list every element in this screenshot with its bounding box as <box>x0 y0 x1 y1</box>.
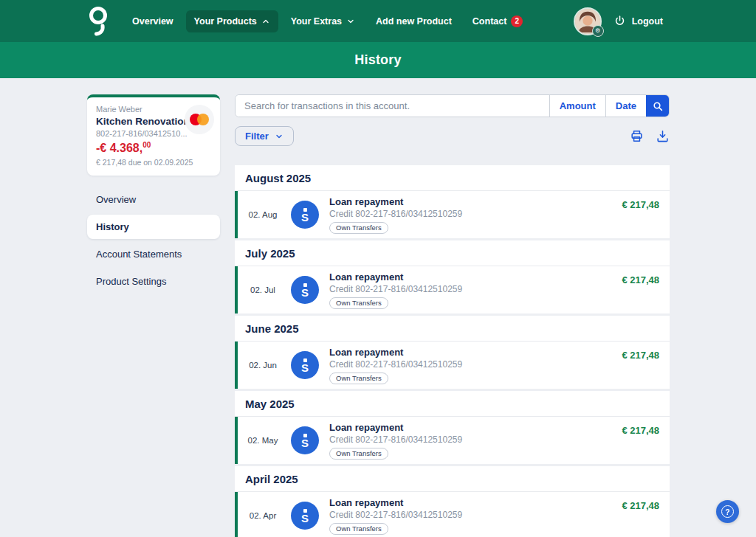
sidebar-item-overview[interactable]: Overview <box>87 187 220 212</box>
brand-logo[interactable] <box>86 5 111 38</box>
chevron-icon <box>261 17 270 26</box>
print-icon[interactable] <box>630 129 644 143</box>
brand-logo-icon <box>86 5 111 38</box>
nav-items: Overview Your Products Your Extras Add n… <box>124 10 531 33</box>
nav-item-contact[interactable]: Contact 2 <box>464 10 532 33</box>
transaction-date: 02. Aug <box>244 210 282 219</box>
transaction-subtitle: Credit 802-217-816/03412510259 <box>329 510 462 520</box>
sidebar: Marie Weber Kitchen Renovation 802-217-8… <box>87 94 220 537</box>
month-section: May 2025 02. May S Loan repayment Credit… <box>235 391 670 464</box>
month-header: August 2025 <box>235 165 670 191</box>
transaction-amount: € 217,48 <box>622 349 659 361</box>
search-bar: Amount Date <box>235 94 670 117</box>
transaction-category-badge: Own Transfers <box>329 373 388 384</box>
nav-item-label: Overview <box>132 16 173 27</box>
transaction-category-badge: Own Transfers <box>329 523 388 535</box>
transaction-title: Loan repayment <box>329 497 462 508</box>
transaction-date: 02. May <box>244 436 282 445</box>
transaction-category-badge: Own Transfers <box>329 297 388 309</box>
power-icon <box>614 15 626 27</box>
transaction-subtitle: Credit 802-217-816/03412510259 <box>329 359 462 370</box>
nav-item-your-products[interactable]: Your Products <box>186 10 278 32</box>
transaction-row[interactable]: 02. Aug S Loan repayment Credit 802-217-… <box>235 191 670 238</box>
date-button[interactable]: Date <box>605 95 646 117</box>
transaction-amount: € 217,48 <box>622 198 659 210</box>
chevron-down-icon <box>275 132 284 141</box>
transaction-category-badge: Own Transfers <box>329 448 388 460</box>
nav-item-overview[interactable]: Overview <box>124 10 182 32</box>
month-section: June 2025 02. Jun S Loan repayment Credi… <box>235 316 670 389</box>
transaction-subtitle: Credit 802-217-816/03412510259 <box>329 209 462 219</box>
transaction-title: Loan repayment <box>329 271 462 283</box>
transaction-date: 02. Jul <box>244 285 282 294</box>
sidebar-item-product-settings[interactable]: Product Settings <box>87 269 220 294</box>
filter-button[interactable]: Filter <box>235 126 294 146</box>
month-header: May 2025 <box>235 391 670 417</box>
page-title: History <box>354 52 401 68</box>
search-button[interactable] <box>646 95 669 117</box>
bank-icon: S <box>291 351 319 379</box>
month-header: April 2025 <box>235 466 670 492</box>
page-header: History <box>0 42 756 78</box>
main-panel: Amount Date Filter <box>235 94 670 537</box>
transaction-date: 02. Jun <box>244 361 282 370</box>
transaction-subtitle: Credit 802-217-816/03412510259 <box>329 284 462 294</box>
bank-icon: S <box>291 426 319 454</box>
bank-icon: S <box>291 276 319 304</box>
month-header: June 2025 <box>235 316 670 342</box>
transaction-title: Loan repayment <box>329 347 462 358</box>
user-avatar[interactable]: ⚙ <box>574 7 602 35</box>
sidebar-item-history[interactable]: History <box>87 215 220 239</box>
nav-item-label: Contact <box>472 16 507 27</box>
transaction-list: August 2025 02. Aug S Loan repayment Cre… <box>235 165 670 537</box>
transaction-title: Loan repayment <box>329 422 462 433</box>
transaction-row[interactable]: 02. Jul S Loan repayment Credit 802-217-… <box>235 266 670 313</box>
logout-button[interactable]: Logout <box>614 15 663 27</box>
gear-icon[interactable]: ⚙ <box>592 25 604 37</box>
account-card[interactable]: Marie Weber Kitchen Renovation 802-217-8… <box>87 94 220 176</box>
transaction-category-badge: Own Transfers <box>329 222 388 234</box>
month-section: July 2025 02. Jul S Loan repayment Credi… <box>235 240 670 313</box>
logout-label: Logout <box>632 16 663 27</box>
account-due: € 217,48 due on 02.09.2025 <box>96 158 211 167</box>
month-section: August 2025 02. Aug S Loan repayment Cre… <box>235 165 670 238</box>
sidebar-item-account-statements[interactable]: Account Statements <box>87 242 220 266</box>
search-icon <box>652 100 664 112</box>
nav-item-label: Your Extras <box>291 16 342 27</box>
search-input[interactable] <box>236 95 549 117</box>
help-button[interactable]: ? <box>716 500 739 523</box>
chevron-icon <box>346 17 355 26</box>
transaction-title: Loan repayment <box>329 196 462 207</box>
transaction-row[interactable]: 02. Jun S Loan repayment Credit 802-217-… <box>235 342 670 389</box>
account-balance: -€ 4.368,00 <box>96 141 211 155</box>
filter-label: Filter <box>245 131 269 142</box>
transaction-subtitle: Credit 802-217-816/03412510259 <box>329 434 462 445</box>
nav-item-label: Your Products <box>194 16 257 27</box>
bank-icon: S <box>291 201 319 229</box>
mastercard-icon <box>185 105 214 134</box>
transaction-date: 02. Apr <box>244 511 282 520</box>
help-icon: ? <box>721 505 734 518</box>
bank-icon: S <box>291 502 319 530</box>
nav-item-label: Add new Product <box>376 16 452 27</box>
top-navbar: Overview Your Products Your Extras Add n… <box>0 0 756 42</box>
download-icon[interactable] <box>656 129 670 143</box>
transaction-amount: € 217,48 <box>622 424 659 436</box>
month-section: April 2025 02. Apr S Loan repayment Cred… <box>235 466 670 537</box>
transaction-row[interactable]: 02. May S Loan repayment Credit 802-217-… <box>235 417 670 464</box>
nav-item-add-new-product[interactable]: Add new Product <box>368 10 460 32</box>
transaction-amount: € 217,48 <box>622 274 659 285</box>
transaction-row[interactable]: 02. Apr S Loan repayment Credit 802-217-… <box>235 492 670 537</box>
amount-button[interactable]: Amount <box>549 95 605 117</box>
transaction-amount: € 217,48 <box>622 499 659 511</box>
nav-item-your-extras[interactable]: Your Extras <box>283 10 363 32</box>
notification-badge: 2 <box>511 15 523 27</box>
month-header: July 2025 <box>235 240 670 266</box>
sidebar-menu: Overview History Account Statements Prod… <box>87 187 220 294</box>
